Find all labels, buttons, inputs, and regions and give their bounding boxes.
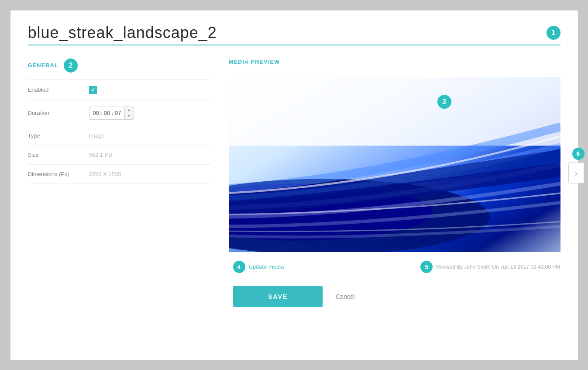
media-preview-badge-wrap: 3 bbox=[433, 95, 451, 109]
nav-badge: 6 bbox=[572, 148, 585, 160]
duration-input[interactable] bbox=[89, 108, 124, 118]
update-media-badge: 4 bbox=[233, 261, 245, 273]
general-section-title: GENERAL bbox=[28, 62, 59, 69]
media-preview-title: MEDIA PREVIEW bbox=[229, 59, 280, 65]
duration-down-button[interactable]: ▼ bbox=[125, 113, 134, 119]
action-row: SAVE Cancel bbox=[28, 286, 560, 307]
media-preview-badge: 3 bbox=[437, 95, 451, 109]
svg-rect-4 bbox=[229, 212, 560, 252]
bottom-row: 4 Update media 5 Revised By John Smith O… bbox=[229, 261, 560, 273]
enabled-checkbox[interactable] bbox=[89, 86, 97, 94]
duration-spinners: ▲ ▼ bbox=[124, 107, 134, 119]
media-image bbox=[229, 77, 560, 252]
modal-container: 1 GENERAL 2 Enabled Duration ▲ bbox=[10, 10, 578, 360]
general-section-header: GENERAL 2 bbox=[28, 59, 211, 73]
title-input[interactable] bbox=[28, 24, 542, 42]
right-panel: MEDIA PREVIEW bbox=[229, 59, 560, 273]
type-label: Type bbox=[28, 132, 89, 139]
nav-next-button[interactable]: › bbox=[568, 163, 584, 183]
main-content: GENERAL 2 Enabled Duration ▲ ▼ bbox=[28, 59, 560, 273]
dimensions-row: Dimensions (Px) 2256 X 1500 bbox=[28, 165, 211, 184]
revision-text: Revised By John Smith On Jan 13 2017 03:… bbox=[436, 264, 560, 270]
revision-badge: 5 bbox=[420, 261, 433, 273]
duration-label: Duration bbox=[28, 110, 89, 116]
duration-row: Duration ▲ ▼ bbox=[28, 100, 211, 126]
enabled-row: Enabled bbox=[28, 80, 211, 100]
update-media-link[interactable]: Update media bbox=[249, 263, 284, 270]
save-button[interactable]: SAVE bbox=[233, 286, 323, 307]
size-value: 552.1 KB bbox=[89, 152, 113, 158]
type-value: Image bbox=[89, 132, 105, 139]
general-badge: 2 bbox=[64, 59, 78, 73]
cancel-link[interactable]: Cancel bbox=[336, 293, 355, 300]
title-row: 1 bbox=[28, 24, 560, 45]
dimensions-label: Dimensions (Px) bbox=[28, 171, 89, 177]
enabled-label: Enabled bbox=[28, 86, 89, 93]
size-label: Size bbox=[28, 152, 89, 158]
duration-up-button[interactable]: ▲ bbox=[125, 107, 134, 113]
title-badge: 1 bbox=[547, 26, 560, 40]
type-row: Type Image bbox=[28, 126, 211, 145]
dimensions-value: 2256 X 1500 bbox=[89, 171, 121, 177]
left-panel: GENERAL 2 Enabled Duration ▲ ▼ bbox=[28, 59, 211, 273]
nav-arrow-right-wrap: 6 › bbox=[568, 148, 585, 183]
duration-input-wrap: ▲ ▼ bbox=[89, 107, 134, 120]
media-preview-area: 3 bbox=[229, 77, 560, 252]
svg-rect-1 bbox=[229, 77, 560, 146]
size-row: Size 552.1 KB bbox=[28, 145, 211, 165]
